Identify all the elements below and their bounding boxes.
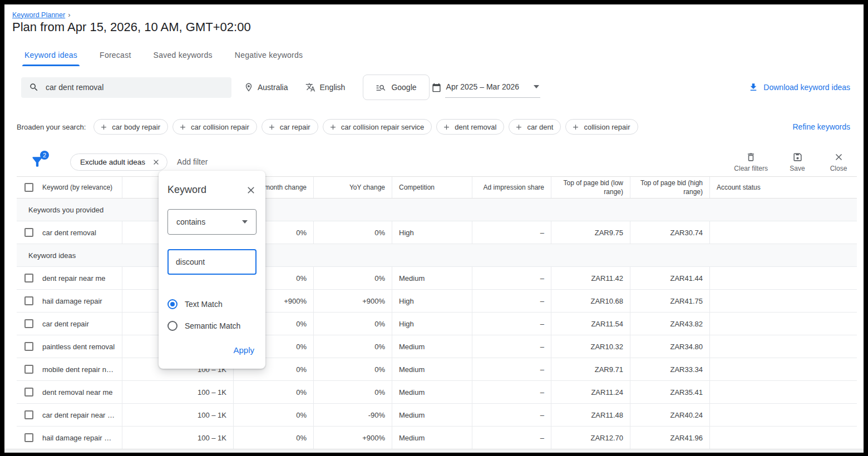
tab-forecast[interactable]: Forecast: [97, 48, 133, 66]
top-bid-low-cell: ZAR9.71: [551, 358, 630, 380]
top-bid-high-cell: ZAR40.24: [630, 404, 710, 426]
top-bid-high-cell: ZAR34.80: [630, 335, 710, 358]
semantic-match-label: Semantic Match: [185, 321, 240, 330]
top-bid-low-cell: ZAR10.68: [551, 290, 630, 312]
yoy-change-cell: -90%: [314, 404, 392, 426]
broaden-chip-label: car collision repair service: [341, 123, 425, 131]
yoy-change-cell: 0%: [314, 381, 392, 403]
keyword-cell: mobile dent repair near…: [42, 365, 115, 374]
table-actions: Clear filters Save Close: [734, 152, 850, 172]
row-checkbox[interactable]: [24, 319, 33, 328]
top-bid-high-cell: ZAR43.82: [630, 313, 710, 335]
filter-count-badge: 2: [40, 151, 49, 160]
exclude-adult-ideas-chip[interactable]: Exclude adult ideas: [70, 153, 167, 171]
row-checkbox[interactable]: [24, 296, 33, 305]
section-label: Keyword ideas: [28, 251, 76, 260]
search-network-selector[interactable]: Google: [363, 75, 429, 100]
save-icon: [792, 152, 803, 162]
select-all-checkbox[interactable]: [24, 183, 33, 192]
tab-negative-keywords[interactable]: Negative keywords: [233, 48, 305, 66]
header-account-status[interactable]: Account status: [710, 177, 857, 198]
save-button[interactable]: Save: [786, 152, 809, 172]
row-checkbox[interactable]: [24, 410, 33, 419]
row-checkbox[interactable]: [24, 342, 33, 351]
section-label: Keywords you provided: [28, 206, 103, 214]
competition-cell: Medium: [392, 267, 472, 289]
breadcrumb-link[interactable]: Keyword Planner: [12, 11, 65, 19]
table-row: car dent removal0%0%High–ZAR9.75ZAR30.74: [17, 221, 857, 244]
table-row: paintless dent removal0%0%Medium–ZAR10.3…: [17, 335, 857, 358]
add-filter-button[interactable]: Add filter: [177, 157, 208, 166]
keyword-cell: car dent removal: [42, 229, 96, 237]
location-selector[interactable]: Australia: [244, 82, 288, 92]
keyword-cell: dent removal near me: [42, 388, 112, 396]
broaden-chip[interactable]: car dent: [509, 119, 561, 135]
radio-selected-icon[interactable]: [167, 299, 177, 309]
account-status-cell: [710, 221, 857, 244]
condition-select[interactable]: contains: [167, 209, 257, 235]
yoy-change-cell: 0%: [314, 313, 392, 335]
header-top-bid-low[interactable]: Top of page bid (low range): [551, 177, 630, 198]
tab-saved-keywords[interactable]: Saved keywords: [151, 48, 215, 66]
search-network-label: Google: [391, 83, 416, 92]
text-match-option[interactable]: Text Match: [167, 299, 257, 309]
horizontal-scrollbar[interactable]: [4, 449, 864, 453]
filter-button[interactable]: 2: [30, 155, 45, 169]
close-button[interactable]: Close: [827, 152, 850, 172]
filter-chip-label: Exclude adult ideas: [80, 158, 145, 166]
broaden-chip[interactable]: car repair: [262, 119, 318, 135]
account-status-cell: [710, 290, 857, 312]
row-checkbox[interactable]: [24, 433, 33, 442]
header-yoy-change[interactable]: YoY change: [314, 177, 392, 198]
table-row: hail damage repair near…100 – 1K0%+900%M…: [17, 427, 857, 449]
radio-unselected-icon[interactable]: [167, 321, 177, 331]
date-range-label: Apr 2025 – Mar 2026: [446, 82, 520, 91]
dialog-title: Keyword: [167, 184, 206, 196]
semantic-match-option[interactable]: Semantic Match: [167, 321, 257, 331]
keyword-search-box[interactable]: [21, 77, 231, 98]
section-header-row: Keyword ideas: [17, 244, 857, 267]
remove-filter-icon[interactable]: [152, 158, 160, 166]
row-checkbox[interactable]: [24, 228, 33, 237]
close-icon: [834, 152, 844, 162]
apply-button[interactable]: Apply: [167, 345, 257, 355]
account-status-cell: [710, 313, 857, 335]
select-caret-icon: [242, 220, 248, 224]
broaden-chip[interactable]: collision repair: [565, 119, 638, 135]
row-checkbox[interactable]: [24, 274, 33, 282]
row-checkbox[interactable]: [24, 388, 33, 396]
broaden-chip-label: dent removal: [455, 123, 496, 131]
date-range-selector[interactable]: Apr 2025 – Mar 2026: [432, 77, 541, 98]
competition-cell: Medium: [392, 381, 472, 403]
refine-keywords-link[interactable]: Refine keywords: [793, 122, 851, 131]
competition-cell: Medium: [392, 427, 472, 449]
avg-monthly-searches-cell: 100 – 1K: [122, 427, 234, 449]
header-keyword[interactable]: Keyword (by relevance): [17, 177, 122, 198]
broaden-chip[interactable]: car collision repair: [172, 119, 257, 135]
header-competition[interactable]: Competition: [392, 177, 472, 198]
tab-keyword-ideas[interactable]: Keyword ideas: [22, 48, 80, 66]
clear-filters-button[interactable]: Clear filters: [734, 152, 768, 172]
yoy-change-cell: +900%: [314, 427, 392, 449]
row-checkbox[interactable]: [24, 365, 33, 374]
yoy-change-cell: 0%: [314, 335, 392, 358]
broaden-chip[interactable]: car body repair: [93, 119, 168, 135]
search-input[interactable]: [46, 83, 224, 92]
language-selector[interactable]: English: [305, 82, 345, 92]
plus-icon: [329, 123, 337, 131]
header-ad-impression-share[interactable]: Ad impression share: [472, 177, 551, 198]
download-icon: [748, 82, 758, 92]
condition-value: contains: [176, 217, 205, 226]
three-month-change-cell: 0%: [234, 404, 314, 426]
three-month-change-cell: 0%: [234, 427, 314, 449]
table-row: car dent repair0%0%High–ZAR11.54ZAR43.82: [17, 313, 857, 335]
dialog-close-icon[interactable]: [245, 185, 257, 196]
filter-value-input[interactable]: [167, 249, 257, 275]
header-top-bid-high[interactable]: Top of page bid (high range): [630, 177, 710, 198]
keyword-cell: car dent repair: [42, 320, 89, 328]
yoy-change-cell: +900%: [314, 290, 392, 312]
broaden-chip[interactable]: dent removal: [436, 119, 504, 135]
download-keyword-ideas-button[interactable]: Download keyword ideas: [748, 82, 850, 92]
broaden-chip[interactable]: car collision repair service: [323, 119, 432, 135]
search-icon: [29, 82, 39, 92]
